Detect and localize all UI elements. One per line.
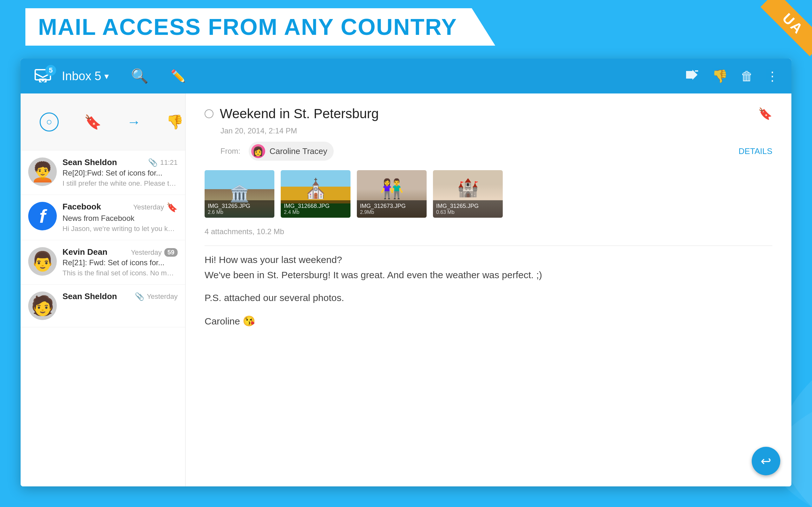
attachment-overlay: IMG_31265.JPG 0.63 Mb xyxy=(433,200,503,218)
banner-title: MAIL ACCESS FROM ANY COUNTRY xyxy=(38,14,457,40)
attachment-thumb[interactable]: IMG_31265.JPG 0.63 Mb xyxy=(433,170,503,218)
inbox-count: 5 xyxy=(95,69,101,83)
email-time: Yesterday 🔖 xyxy=(133,202,177,213)
from-label: From: xyxy=(220,147,241,156)
attachment-filename: IMG_31265.JPG xyxy=(436,203,500,210)
email-content: Kevin Dean Yesterday 59 Re[21]: Fwd: Set… xyxy=(62,247,177,277)
avatar: 👨 xyxy=(28,247,57,276)
body-line-3: Caroline 😘 xyxy=(205,313,772,329)
corner-ribbon: UA xyxy=(749,0,812,63)
divider xyxy=(205,245,772,246)
list-item[interactable]: 🧑‍🦱 Sean Sheldon 📎 11:21 Re[20]:Fwd: Set… xyxy=(20,151,185,195)
email-detail: Weekend in St. Petersburg 🔖 Jan 20, 2014… xyxy=(186,94,792,487)
detail-subject-row: Weekend in St. Petersburg 🔖 xyxy=(205,106,772,121)
email-subject: News from Facebook xyxy=(62,214,177,223)
toolbar: 5 Inbox 5 ▾ 🔍 ✏️ 👎 🗑 ⋮ xyxy=(20,59,792,94)
email-preview: Hi Jason, we're writing to let you know … xyxy=(62,225,177,233)
avatar: 🧑 xyxy=(28,291,57,320)
inbox-icon-button[interactable]: 5 xyxy=(33,68,52,84)
email-time: 📎 11:21 xyxy=(148,158,177,167)
attachment-size: 2.4 Mb xyxy=(284,210,347,215)
email-sender: Kevin Dean xyxy=(62,247,107,257)
attachment-overlay: IMG_312668.JPG 2.4 Mb xyxy=(281,200,351,218)
email-body: Hi! How was your last weekend?We've been… xyxy=(205,252,772,329)
attachment-filename: IMG_312673.JPG xyxy=(360,203,423,210)
email-sender: Facebook xyxy=(62,202,101,212)
avatar: f xyxy=(28,202,57,230)
spam-action[interactable]: 👎 xyxy=(166,114,184,130)
toolbar-right: 👎 🗑 ⋮ xyxy=(685,68,779,84)
attachment-thumb[interactable]: IMG_312673.JPG 2.9Mb xyxy=(357,170,426,218)
delete-button[interactable]: 🗑 xyxy=(741,69,753,83)
body-line-2: P.S. attached our several photos. xyxy=(205,290,772,305)
sender-avatar: 👩 xyxy=(251,144,265,158)
email-list: Emily Foster 17:35 Re: Meeting notes Tak… xyxy=(20,94,186,487)
more-button[interactable]: ⋮ xyxy=(766,69,779,83)
list-item[interactable]: 🧑 Sean Sheldon 📎 Yesterday xyxy=(20,285,185,327)
email-time: 📎 Yesterday xyxy=(135,292,177,301)
email-sender: Sean Sheldon xyxy=(62,291,117,301)
email-time: Yesterday 59 xyxy=(131,248,177,257)
spam-action-icon: 👎 xyxy=(166,114,184,130)
body-line-1: Hi! How was your last weekend?We've been… xyxy=(205,252,772,283)
read-circle-icon: ○ xyxy=(40,112,59,131)
bookmark-action[interactable]: 🔖 xyxy=(84,114,101,130)
email-content: Sean Sheldon 📎 11:21 Re[20]:Fwd: Set of … xyxy=(62,158,177,187)
detail-header: Weekend in St. Petersburg 🔖 Jan 20, 2014… xyxy=(205,106,772,161)
email-preview: I still prefer the white one. Please try… xyxy=(62,179,177,187)
move-button[interactable] xyxy=(685,68,699,84)
attachment-filename: IMG_31265.JPG xyxy=(208,203,271,210)
email-preview: This is the final set of icons. No more … xyxy=(62,269,177,277)
details-link[interactable]: DETAILS xyxy=(739,147,772,156)
spam-button[interactable]: 👎 xyxy=(712,69,728,83)
attachment-size: 2.6 Mb xyxy=(208,210,271,215)
banner-text-wrap: MAIL ACCESS FROM ANY COUNTRY xyxy=(26,8,495,46)
move-action-icon: → xyxy=(127,114,141,130)
top-banner: MAIL ACCESS FROM ANY COUNTRY xyxy=(0,0,812,54)
bookmark-button[interactable]: 🔖 xyxy=(758,107,772,120)
attachments-row: IMG_31265.JPG 2.6 Mb IMG_312668.JPG 2.4 … xyxy=(205,170,772,218)
attachment-thumb[interactable]: IMG_31265.JPG 2.6 Mb xyxy=(205,170,274,218)
email-content: Sean Sheldon 📎 Yesterday xyxy=(62,291,177,302)
attachments-info: 4 attachments, 10.2 Mb xyxy=(205,227,772,236)
avatar: 🧑‍🦱 xyxy=(28,158,57,186)
inbox-label-button[interactable]: Inbox 5 ▾ xyxy=(62,69,109,83)
toolbar-left: 5 Inbox 5 ▾ 🔍 ✏️ xyxy=(33,68,685,84)
attachment-overlay: IMG_31265.JPG 2.6 Mb xyxy=(205,200,274,218)
ua-label: UA xyxy=(760,0,812,56)
inbox-chevron-icon: ▾ xyxy=(104,71,109,81)
detail-from-row: From: 👩 Caroline Tracey DETAILS xyxy=(220,142,772,161)
bookmark-action-icon: 🔖 xyxy=(84,114,101,130)
sender-name: Caroline Tracey xyxy=(270,147,327,156)
move-action[interactable]: → xyxy=(127,114,141,130)
attachment-filename: IMG_312668.JPG xyxy=(284,203,347,210)
sender-chip: 👩 Caroline Tracey xyxy=(249,142,334,161)
attachment-thumb[interactable]: IMG_312668.JPG 2.4 Mb xyxy=(281,170,351,218)
app-container: 5 Inbox 5 ▾ 🔍 ✏️ 👎 🗑 ⋮ xyxy=(20,59,792,487)
list-item[interactable]: f Facebook Yesterday 🔖 News from Faceboo… xyxy=(20,195,185,240)
attachment-icon: 📎 xyxy=(148,158,158,167)
email-sender: Sean Sheldon xyxy=(62,158,117,167)
list-item[interactable]: Emily Foster 17:35 Re: Meeting notes Tak… xyxy=(20,94,185,151)
detail-date: Jan 20, 2014, 2:14 PM xyxy=(220,126,772,135)
email-subject: Re[21]: Fwd: Set of icons for... xyxy=(62,258,177,267)
read-action[interactable]: ○ xyxy=(40,112,59,131)
search-button[interactable]: 🔍 xyxy=(131,68,148,84)
attachment-overlay: IMG_312673.JPG 2.9Mb xyxy=(357,200,426,218)
attachment-size: 0.63 Mb xyxy=(436,210,500,215)
detail-subject-left: Weekend in St. Petersburg xyxy=(205,106,379,121)
attachment-icon: 📎 xyxy=(135,292,144,301)
inbox-badge: 5 xyxy=(45,65,56,76)
attachment-size: 2.9Mb xyxy=(360,210,423,215)
email-subject: Re[20]:Fwd: Set of icons for... xyxy=(62,169,177,177)
compose-button[interactable]: ✏️ xyxy=(171,69,186,83)
inbox-text: Inbox xyxy=(62,69,91,83)
bookmark-flag-icon: 🔖 xyxy=(166,202,177,213)
swipe-actions-overlay: ○ 🔖 → 👎 🗑 xyxy=(20,94,185,150)
unread-badge: 59 xyxy=(164,248,177,257)
list-item[interactable]: 👨 Kevin Dean Yesterday 59 Re[21]: Fwd: S… xyxy=(20,240,185,285)
detail-subject: Weekend in St. Petersburg xyxy=(220,106,379,121)
emoji-kiss: 😘 xyxy=(243,315,255,327)
reply-fab-button[interactable]: ↩ xyxy=(752,447,780,475)
unread-circle-icon xyxy=(205,109,213,118)
